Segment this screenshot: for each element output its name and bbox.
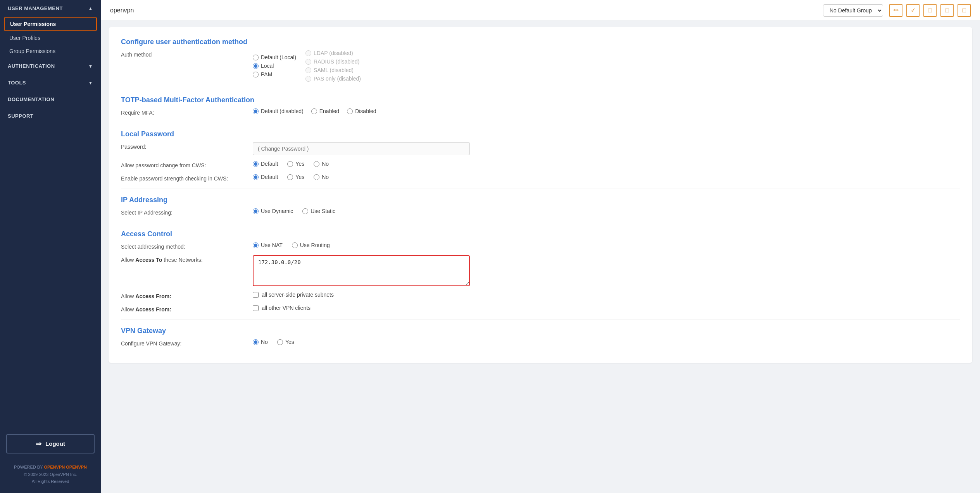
powered-by-footer: POWERED BY OPENVPN OPENVPN © 2009-2023 O… xyxy=(0,460,101,493)
radio-pas[interactable]: PAS only (disabled) xyxy=(305,76,361,82)
topbar: openvpn No Default Group ✏ ✓ □ □ □ xyxy=(101,0,980,21)
sidebar-section-documentation[interactable]: DOCUMENTATION xyxy=(0,91,101,108)
password-label: Password: xyxy=(121,142,253,150)
sidebar-section-authentication-label: AUTHENTICATION xyxy=(8,63,55,69)
checkbox-server-subnets[interactable]: all server-side private subnets xyxy=(253,292,334,298)
local-password-title: Local Password xyxy=(121,130,960,138)
checkbox-vpn-clients[interactable]: all other VPN clients xyxy=(253,305,311,311)
sidebar-section-support-label: SUPPORT xyxy=(8,113,33,119)
strength-label: Enable password strength checking in CWS… xyxy=(121,174,253,182)
mfa-title: TOTP-based Multi-Factor Authentication xyxy=(121,96,960,104)
sidebar-item-user-permissions[interactable]: User Permissions xyxy=(4,17,97,31)
addressing-method-controls: Use NAT Use Routing xyxy=(253,242,960,248)
mfa-controls: Default (disabled) Enabled Disabled xyxy=(253,108,960,114)
access-to-row: Allow Access To these Networks: xyxy=(121,255,960,286)
access-from-row1: Allow Access From: all server-side priva… xyxy=(121,292,960,299)
radio-ldap[interactable]: LDAP (disabled) xyxy=(305,50,361,56)
topbar-icons: ✏ ✓ □ □ □ xyxy=(889,4,971,17)
auth-left-col: Default (Local) Local PAM xyxy=(253,54,296,77)
chevron-down-icon: ▼ xyxy=(88,64,93,69)
addressing-method-row: Select addressing method: Use NAT Use Ro… xyxy=(121,242,960,250)
chevron-up-icon: ▲ xyxy=(88,6,93,11)
radio-change-yes[interactable]: Yes xyxy=(287,161,304,167)
radio-mfa-default[interactable]: Default (disabled) xyxy=(253,108,304,114)
radio-change-default[interactable]: Default xyxy=(253,161,278,167)
square3-icon-btn[interactable]: □ xyxy=(958,4,971,17)
radio-use-nat[interactable]: Use NAT xyxy=(253,242,283,248)
sidebar-section-support[interactable]: SUPPORT xyxy=(0,108,101,124)
radio-strength-no[interactable]: No xyxy=(314,174,329,180)
mfa-label: Require MFA: xyxy=(121,108,253,116)
radio-use-static[interactable]: Use Static xyxy=(302,208,335,214)
radio-pam[interactable]: PAM xyxy=(253,71,296,77)
allow-change-controls: Default Yes No xyxy=(253,161,960,167)
radio-change-no[interactable]: No xyxy=(314,161,329,167)
main-content: openvpn No Default Group ✏ ✓ □ □ □ Confi… xyxy=(101,0,980,493)
radio-mfa-disabled[interactable]: Disabled xyxy=(347,108,376,114)
access-to-controls xyxy=(253,255,960,286)
ip-addressing-row: Select IP Addressing: Use Dynamic Use St… xyxy=(121,208,960,216)
logout-icon: ⇒ xyxy=(36,440,41,448)
radio-use-routing[interactable]: Use Routing xyxy=(292,242,330,248)
main-card: Configure user authentication method Aut… xyxy=(109,27,972,363)
ip-addressing-section: IP Addressing Select IP Addressing: Use … xyxy=(121,196,960,216)
sidebar-section-user-management[interactable]: USER MANAGEMENT ▲ xyxy=(0,0,101,17)
ip-addressing-label: Select IP Addressing: xyxy=(121,208,253,216)
radio-saml[interactable]: SAML (disabled) xyxy=(305,67,361,73)
square2-icon-btn[interactable]: □ xyxy=(940,4,954,17)
auth-method-controls: Default (Local) Local PAM xyxy=(253,50,960,82)
vpn-gateway-section: VPN Gateway Configure VPN Gateway: No Ye… xyxy=(121,327,960,347)
auth-method-row: Auth method Default (Local) Local xyxy=(121,50,960,82)
sidebar-section-tools-label: TOOLS xyxy=(8,80,26,86)
strength-row: Enable password strength checking in CWS… xyxy=(121,174,960,182)
password-input[interactable] xyxy=(253,142,470,155)
access-control-section: Access Control Select addressing method:… xyxy=(121,230,960,313)
ip-addressing-controls: Use Dynamic Use Static xyxy=(253,208,960,214)
check-icon-btn[interactable]: ✓ xyxy=(906,4,920,17)
strength-controls: Default Yes No xyxy=(253,174,960,180)
password-row: Password: xyxy=(121,142,960,155)
allow-change-label: Allow password change from CWS: xyxy=(121,161,253,168)
radio-default-local[interactable]: Default (Local) xyxy=(253,54,296,60)
access-to-label: Allow Access To these Networks: xyxy=(121,255,253,263)
sidebar-section-tools[interactable]: TOOLS ▼ xyxy=(0,74,101,91)
sidebar-section-user-management-label: USER MANAGEMENT xyxy=(8,5,63,11)
local-password-section: Local Password Password: Allow password … xyxy=(121,130,960,182)
ip-addressing-title: IP Addressing xyxy=(121,196,960,204)
sidebar-item-group-permissions[interactable]: Group Permissions xyxy=(0,45,101,58)
auth-method-title: Configure user authentication method xyxy=(121,38,960,46)
access-from-controls1: all server-side private subnets xyxy=(253,292,960,298)
sidebar-item-user-profiles[interactable]: User Profiles xyxy=(0,31,101,45)
radio-strength-yes[interactable]: Yes xyxy=(287,174,304,180)
radio-mfa-enabled[interactable]: Enabled xyxy=(311,108,339,114)
radio-use-dynamic[interactable]: Use Dynamic xyxy=(253,208,293,214)
sidebar-section-authentication[interactable]: AUTHENTICATION ▼ xyxy=(0,58,101,74)
radio-gw-no[interactable]: No xyxy=(253,339,268,345)
mfa-row: Require MFA: Default (disabled) Enabled xyxy=(121,108,960,116)
password-controls xyxy=(253,142,960,155)
access-from-label1: Allow Access From: xyxy=(121,292,253,299)
access-from-controls2: all other VPN clients xyxy=(253,305,960,311)
group-select[interactable]: No Default Group xyxy=(823,4,883,17)
radio-strength-default[interactable]: Default xyxy=(253,174,278,180)
allow-change-row: Allow password change from CWS: Default … xyxy=(121,161,960,168)
sidebar: USER MANAGEMENT ▲ User Permissions User … xyxy=(0,0,101,493)
logout-button[interactable]: ⇒ Logout xyxy=(6,434,95,453)
auth-method-section: Configure user authentication method Aut… xyxy=(121,38,960,82)
content-area: Configure user authentication method Aut… xyxy=(101,21,980,493)
access-control-title: Access Control xyxy=(121,230,960,238)
access-from-label2: Allow Access From: xyxy=(121,305,253,313)
radio-radius[interactable]: RADIUS (disabled) xyxy=(305,58,361,65)
access-to-input[interactable] xyxy=(253,255,470,286)
vpn-gateway-controls: No Yes xyxy=(253,339,960,345)
auth-right-col: LDAP (disabled) RADIUS (disabled) SAML (… xyxy=(305,50,361,82)
radio-gw-yes[interactable]: Yes xyxy=(277,339,294,345)
edit-icon-btn[interactable]: ✏ xyxy=(889,4,902,17)
vpn-gateway-label: Configure VPN Gateway: xyxy=(121,339,253,347)
radio-local[interactable]: Local xyxy=(253,63,296,69)
access-from-row2: Allow Access From: all other VPN clients xyxy=(121,305,960,313)
mfa-section: TOTP-based Multi-Factor Authentication R… xyxy=(121,96,960,116)
square1-icon-btn[interactable]: □ xyxy=(923,4,937,17)
vpn-gateway-title: VPN Gateway xyxy=(121,327,960,335)
topbar-username: openvpn xyxy=(110,7,134,14)
